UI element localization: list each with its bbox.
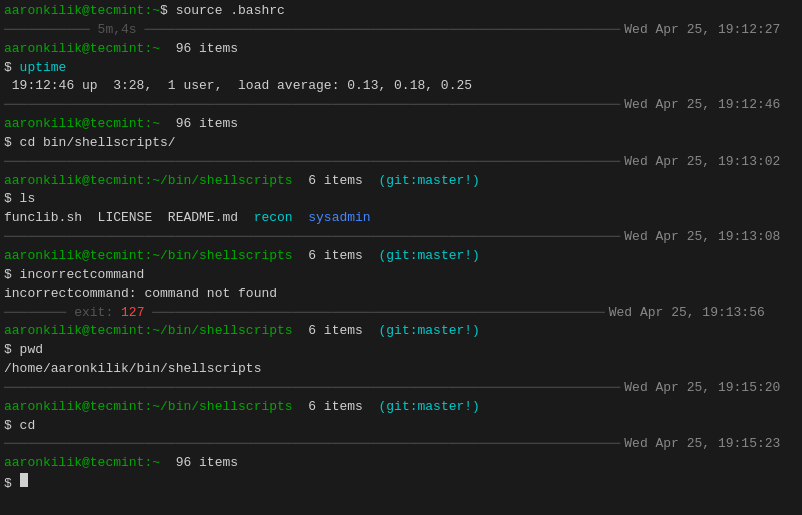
- error-output: incorrectcommand: command not found: [4, 285, 798, 304]
- separator-5: ────────────────────────────────────────…: [4, 379, 798, 398]
- separator-1: ─────────── 5m,4s ──────────────────────…: [4, 21, 798, 40]
- ls-output: funclib.sh LICENSE README.md recon sysad…: [4, 209, 798, 228]
- line-cd2: $ cd: [4, 417, 798, 436]
- separator-4: ────────────────────────────────────────…: [4, 228, 798, 247]
- prompt-info-7: aaronkilik@tecmint:~ 96 items: [4, 454, 798, 473]
- prompt-info-4: aaronkilik@tecmint:~/bin/shellscripts 6 …: [4, 247, 798, 266]
- uptime-output: 19:12:46 up 3:28, 1 user, load average: …: [4, 77, 798, 96]
- prompt-user: aaronkilik@tecmint:~: [4, 2, 160, 21]
- line-pwd: $ pwd: [4, 341, 798, 360]
- separator-2: ────────────────────────────────────────…: [4, 96, 798, 115]
- pwd-output: /home/aaronkilik/bin/shellscripts: [4, 360, 798, 379]
- final-prompt[interactable]: $: [4, 473, 798, 494]
- line-uptime: $ uptime: [4, 59, 798, 78]
- prompt-info-5: aaronkilik@tecmint:~/bin/shellscripts 6 …: [4, 322, 798, 341]
- terminal: aaronkilik@tecmint:~$ source .bashrc ───…: [0, 0, 802, 515]
- separator-6: ────────────────────────────────────────…: [4, 435, 798, 454]
- prompt-info-2: aaronkilik@tecmint:~ 96 items: [4, 115, 798, 134]
- line-1: aaronkilik@tecmint:~$ source .bashrc: [4, 2, 798, 21]
- exit-line: ──────── exit: 127 ─────────────────────…: [4, 304, 798, 323]
- line-incorrect: $ incorrectcommand: [4, 266, 798, 285]
- prompt-info-3: aaronkilik@tecmint:~/bin/shellscripts 6 …: [4, 172, 798, 191]
- prompt-info-1: aaronkilik@tecmint:~ 96 items: [4, 40, 798, 59]
- line-ls: $ ls: [4, 190, 798, 209]
- line-cd: $ cd bin/shellscripts/: [4, 134, 798, 153]
- prompt-info-6: aaronkilik@tecmint:~/bin/shellscripts 6 …: [4, 398, 798, 417]
- separator-3: ────────────────────────────────────────…: [4, 153, 798, 172]
- cursor: [20, 473, 28, 487]
